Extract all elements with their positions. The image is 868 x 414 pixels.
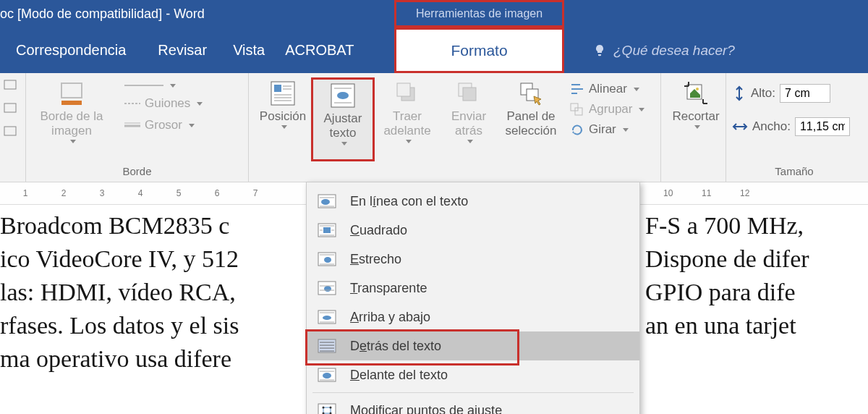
ribbon-tabs: Correspondencia Revisar Vista ACROBAT Fo… [0,28,868,73]
wrap-inline-icon [317,193,337,210]
wrap-square[interactable]: Cuadrado [307,216,639,245]
unknown-icon[interactable] [3,101,22,117]
titlebar: oc [Modo de compatibilidad] - Word Herra… [0,0,868,28]
button-label: Borde de la imagen [32,109,111,138]
dropdown-caret-icon [634,88,639,91]
doc-text: rfases. Los datos y el sis [0,312,239,339]
wrap-square-icon [317,221,337,239]
wrap-through[interactable]: Transparente [307,274,639,303]
traer-adelante-button[interactable]: Traer adelante [375,77,440,161]
wrap-text-menu: En línea con el texto Cuadrado Estrecho … [306,182,640,414]
menu-item-label: Arriba y abajo [350,310,430,325]
ajustar-texto-button[interactable]: Ajustar texto [311,77,375,161]
dropdown-caret-icon [694,125,700,129]
border-color-icon [57,79,86,108]
dropdown-caret-icon [197,102,203,106]
button-label: Traer adelante [375,109,440,138]
ruler-tick: 2 [60,188,67,198]
alinear-dropdown[interactable]: Alinear [570,82,644,96]
tab-correspondencia[interactable]: Correspondencia [0,28,142,73]
style-dropdown[interactable] [124,82,203,89]
wrap-in-front-text[interactable]: Delante del texto [307,360,639,389]
menu-item-label: Delante del texto [350,368,448,383]
doc-text: F-S a 700 MHz, [645,212,804,239]
bring-forward-icon [393,79,422,108]
button-label: Posición [260,109,306,124]
svg-rect-10 [274,85,281,92]
doc-text: ico VideoCore IV, y 512 [0,245,239,272]
doc-text: Dispone de difer [645,245,809,272]
button-label: Panel de selección [498,109,564,138]
width-icon [732,119,748,134]
svg-point-64 [330,407,332,409]
tell-me-search[interactable]: ¿Qué desea hacer? [593,28,735,73]
button-label: Grosor [145,118,182,132]
svg-rect-28 [571,104,578,111]
panel-seleccion-button[interactable]: Panel de selección [498,77,564,161]
menu-item-label: Modificar puntos de ajuste [350,403,502,415]
unknown-icon[interactable] [3,77,22,93]
girar-dropdown[interactable]: Girar [570,122,644,137]
button-label: Alinear [589,82,627,96]
unknown-icon[interactable] [3,124,22,140]
menu-item-label: Cuadrado [350,223,407,238]
button-label: Ajustar texto [315,111,371,140]
dropdown-caret-icon [406,140,412,143]
button-label: Agrupar [589,102,632,117]
guiones-dropdown[interactable]: Guiones [124,96,203,111]
wrap-top-bottom[interactable]: Arriba y abajo [307,303,639,331]
contextual-tab-group-label: Herramientas de imagen [416,7,542,20]
alto-row: Alto: [732,83,856,104]
svg-rect-4 [61,101,82,105]
tab-acrobat[interactable]: ACROBAT [275,28,364,73]
svg-rect-2 [4,127,16,135]
lightbulb-icon [593,44,606,57]
doc-text: GPIO para dife [645,279,796,305]
wrap-tight-icon [317,250,337,268]
dropdown-caret-icon [189,124,195,127]
dropdown-caret-icon [639,108,644,111]
agrupar-dropdown[interactable]: Agrupar [570,102,644,117]
svg-rect-0 [4,80,16,89]
wrap-inline[interactable]: En línea con el texto [307,187,639,216]
wrap-tight[interactable]: Estrecho [307,245,639,274]
tell-me-placeholder: ¿Qué desea hacer? [613,43,735,59]
svg-rect-29 [575,108,582,115]
dropdown-caret-icon [341,142,347,145]
ruler-tick: 10 [663,188,671,198]
button-label: Guiones [145,96,190,111]
doc-text: las: HDMI, vídeo RCA, [0,279,236,305]
tab-formato[interactable]: Formato [396,30,562,71]
dropdown-caret-icon [70,140,76,143]
group-label: Tamaño [732,165,856,180]
width-input[interactable] [795,117,850,136]
tab-label: Revisar [158,42,207,59]
posicion-button[interactable]: Posición [255,77,311,161]
tab-formato-highlight: Formato [394,28,564,73]
tab-vista[interactable]: Vista [223,28,275,73]
height-icon [732,85,746,101]
recortar-button[interactable]: Recortar [667,77,725,129]
svg-rect-61 [318,404,336,414]
tab-revisar[interactable]: Revisar [142,28,223,73]
tab-label: ACROBAT [285,42,354,59]
group-label: Borde [32,165,242,180]
menu-item-label: Detrás del texto [350,339,441,354]
enviar-atras-button[interactable]: Enviar atrás [440,77,498,161]
grosor-dropdown[interactable]: Grosor [124,118,203,132]
height-input[interactable] [780,84,830,103]
ruler-tick: 3 [98,188,106,198]
dropdown-caret-icon [623,128,629,132]
ancho-row: Ancho: [732,117,856,137]
borde-imagen-button[interactable]: Borde de la imagen [32,77,111,159]
selection-pane-icon [516,79,545,108]
wrap-front-icon [317,366,337,384]
menu-item-label: Estrecho [350,252,401,267]
menu-item-label: Transparente [350,281,427,296]
wrap-edit-points[interactable]: Modificar puntos de ajuste [307,396,639,414]
button-label: Enviar atrás [440,109,498,138]
wrap-behind-text[interactable]: Detrás del texto [307,331,639,360]
svg-rect-22 [463,88,476,101]
button-label: Girar [589,122,616,137]
group-tamano: Alto: Ancho: Tamaño [726,73,862,182]
